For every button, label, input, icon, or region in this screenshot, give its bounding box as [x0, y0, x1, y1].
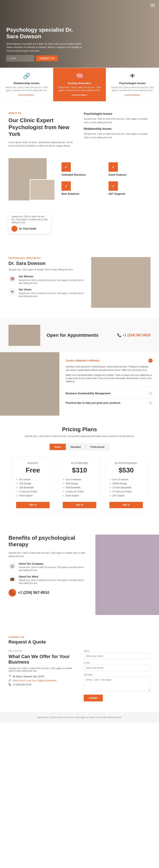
feature-label-1: Good Features: [109, 173, 127, 176]
benefit-title-0: About Our Company: [19, 562, 87, 565]
contact-link1[interactable]: 🔗 Which Don't Look Even Slightly Believa…: [8, 679, 75, 682]
feature-pro-4: 24/7 Support: [109, 494, 143, 498]
appointments-phone[interactable]: 📞 +1 (234) 567-8910: [117, 333, 151, 337]
phone-icon: 📞: [8, 589, 16, 596]
mission-content: Our Mission Sample text. Click to select…: [19, 275, 85, 285]
benefit-title-1: About Our Work: [19, 575, 87, 578]
accordion-content: Create a Website in Minutes 1 Interdum v…: [59, 352, 159, 415]
hero-content: Psychology specialist Dr. Sara Dowson Mo…: [6, 27, 83, 61]
accordion-section: Create a Website in Minutes 1 Interdum v…: [0, 352, 159, 415]
contact-left: Help Us 24/7 What Can We Offer for Your …: [8, 650, 75, 702]
benefit-item-0: 🏢 About Our Company Sample text. Click t…: [8, 562, 87, 572]
what-offer-heading: What Can We Offer for Your Business: [8, 654, 75, 665]
service-desc-1: Sample text. Click to select the text bo…: [57, 86, 102, 92]
feature-std-1: 5GB Storage: [63, 482, 96, 486]
feature-item-2: ✓ Best Solutions: [61, 181, 103, 195]
footer-text: Sample text. Click to select the text bo…: [8, 716, 151, 718]
accordion-item-2[interactable]: Practical tips to help you grow your pro…: [66, 398, 153, 408]
about-heading: Our Clinic Expert Psychologist from New …: [8, 117, 75, 137]
try-basic-button[interactable]: TRY IT: [16, 502, 50, 508]
check-icon-2: ✓: [61, 181, 71, 191]
feature-basic-3: 2 Users per Project: [16, 490, 50, 494]
about-right-heading2: Relationship Issues: [84, 127, 151, 130]
plan-name-standard: ⊕ Standard: [63, 462, 96, 465]
plan-icon-basic: ⊕: [28, 462, 30, 465]
benefit-desc-1: Sample text. Click to select the text bo…: [19, 579, 87, 585]
accordion-item-1[interactable]: Business Sustainability Management 2: [66, 389, 153, 398]
form-message-textarea[interactable]: [84, 677, 151, 691]
about-left: ABOUT US Our Clinic Expert Psychologist …: [8, 112, 75, 148]
service-title-0: Relationship Issues: [4, 82, 49, 85]
services-row: 🔗 Relationship Issues Sample text. Click…: [0, 68, 159, 101]
vision-content: Our Vision Sample text. Click to select …: [19, 288, 85, 298]
contact-phone-icon: 📞: [8, 683, 11, 686]
hamburger-menu[interactable]: [151, 3, 155, 8]
service-appt-0[interactable]: APPOINTMENT: [19, 94, 35, 96]
appointments-banner: Open for Appointments 📞 +1 (234) 567-891…: [0, 318, 159, 352]
mission-title: Our Mission: [19, 275, 85, 278]
benefit-item-1: 💼 About Our Work Sample text. Click to s…: [8, 575, 87, 585]
what-offer-text: Sample text. Click to select the text bo…: [8, 667, 75, 672]
service-desc-2: Sample text. Click to select the text bo…: [110, 86, 155, 92]
doctor-name: Dr. Paul Smith: [19, 227, 36, 230]
pricing-tab-standard[interactable]: Standard: [66, 444, 86, 450]
pricing-tab-professional[interactable]: Professional: [86, 444, 109, 450]
dr-sara-left: Psychology Specialist Dr. Sara Dowson Sa…: [8, 257, 85, 308]
form-name-label: Name: [84, 650, 151, 652]
pricing-tab-basic[interactable]: Basic: [50, 444, 65, 450]
plan-icon-standard: ⊕: [71, 462, 73, 465]
vision-title: Our Vision: [19, 288, 85, 291]
about-right-heading: Psychologist Issues: [84, 112, 151, 116]
contact-label: Contact Us: [8, 636, 151, 639]
form-email-input[interactable]: [84, 664, 151, 671]
plan-price-basic: Free: [16, 466, 50, 474]
feature-pro-2: 10 Users Bandwidth: [109, 486, 143, 490]
about-right: Psychologist Issues Sample text. Click t…: [84, 112, 151, 148]
form-name-input[interactable]: [84, 653, 151, 659]
accordion-body-0: Interdum velit auismod in pellentesque m…: [66, 365, 153, 372]
feature-item-3: ✓ 24/7 Supports: [109, 181, 151, 195]
plan-features-standard: Up to 5 websites 5GB Storage 5GB Bandwid…: [63, 477, 96, 498]
feature-basic-4: Ticket Support: [16, 494, 50, 498]
form-name-field: Name: [84, 650, 151, 659]
doctor-card: Sample text. Click to select the text bo…: [8, 213, 51, 234]
benefit-phone: 📞 +1 (234) 567-8910: [8, 589, 87, 596]
accordion-item-0: Create a Website in Minutes 1 Interdum v…: [66, 359, 153, 386]
contact-inner: Help Us 24/7 What Can We Offer for Your …: [8, 650, 151, 702]
service-appt-2[interactable]: APPOINTMENT: [125, 94, 141, 96]
appointments-phone-number: +1 (234) 567-8910: [123, 333, 151, 337]
try-standard-button[interactable]: TRY IT: [63, 502, 96, 508]
accordion-header-0[interactable]: Create a Website in Minutes 1: [66, 359, 153, 363]
hero-email-input[interactable]: [6, 55, 34, 61]
benefit-phone-number: +1 (234) 567-8910: [18, 590, 49, 595]
mission-icon: 🎯: [8, 275, 16, 283]
benefits-image: [96, 535, 159, 615]
features-grid: ✓ Unlimited Revisions ✓ Good Features ✓ …: [61, 158, 151, 195]
feature-std-2: 5GB Bandwidth: [63, 486, 96, 490]
about-label: ABOUT US: [8, 112, 75, 114]
plan-features-professional: Up to 10 website 200GB Storage 10 Users …: [109, 477, 143, 498]
vision-icon: 👁: [8, 288, 16, 296]
pricing-card-basic: ⊕ Basic Free 301 website 1GB Storage 1GB…: [12, 457, 54, 514]
features-images: Sample text. Click to select the text bo…: [8, 158, 55, 234]
dr-sara-right: [91, 257, 151, 308]
vision-text: Sample text. Click to select the text bo…: [19, 292, 85, 298]
feature-item-1: ✓ Good Features: [109, 162, 151, 176]
feature-item-0: ✓ Unlimited Revisions: [61, 162, 103, 176]
feature-pro-0: Up to 10 website: [109, 477, 143, 482]
pricing-subtitle: Sample text. Lorem ipsum dolor sit amet,…: [8, 435, 151, 437]
anxiety-icon: 🧠: [57, 72, 102, 80]
check-icon-0: ✓: [61, 162, 71, 172]
hero-contact-button[interactable]: CONTACT US: [36, 55, 58, 61]
form-submit-button[interactable]: Submit: [84, 695, 103, 702]
pricing-heading: Pricing Plans: [8, 426, 151, 433]
accordion-title-0: Create a Website in Minutes: [66, 359, 100, 362]
relationship-icon: 🔗: [4, 72, 49, 80]
service-desc-0: Sample text. Click to select the text bo…: [4, 86, 49, 92]
features-secondary-image: [30, 179, 55, 200]
service-card-anxiety: 🧠 Anxiety Disorders Sample text. Click t…: [53, 68, 106, 101]
contact-section: Contact Us Request A Quote Help Us 24/7 …: [0, 625, 159, 712]
try-professional-button[interactable]: TRY IT: [109, 502, 143, 508]
service-card-psychologist: 👁 Psychologist Issues Sample text. Click…: [106, 68, 159, 101]
service-appt-1[interactable]: APPOINTMENT: [72, 94, 88, 96]
